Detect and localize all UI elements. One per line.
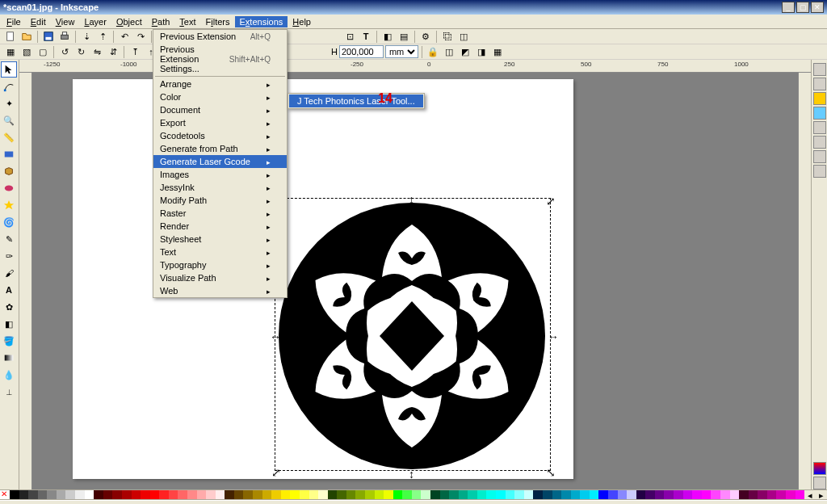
print-button[interactable] (57, 30, 72, 44)
handle-bottom-right[interactable] (546, 466, 554, 474)
transform-pattern-button[interactable]: ▦ (490, 45, 505, 59)
rotate-ccw-button[interactable]: ↺ (57, 45, 72, 59)
swatch[interactable] (57, 490, 66, 499)
swatch[interactable] (580, 490, 590, 499)
swatch[interactable] (571, 490, 581, 499)
swatch[interactable] (730, 490, 740, 499)
redo-button[interactable]: ↷ (133, 30, 148, 44)
swatch[interactable] (309, 490, 319, 499)
menu-stylesheet[interactable]: Stylesheet (153, 233, 287, 246)
swatch[interactable] (346, 490, 356, 499)
swatch[interactable] (655, 490, 665, 499)
swatch[interactable] (38, 490, 48, 499)
duplicate-button[interactable]: ⿻ (440, 30, 455, 44)
new-button[interactable] (3, 30, 18, 44)
close-button[interactable]: ✕ (811, 2, 824, 13)
swatch[interactable] (355, 490, 365, 499)
selection-box[interactable] (275, 198, 551, 471)
menu-text[interactable]: Text (174, 16, 200, 27)
menu-generate-laser-gcode[interactable]: Generate Laser Gcode (153, 155, 287, 168)
select-layers-button[interactable]: ▧ (19, 45, 34, 59)
swatch[interactable] (412, 490, 422, 499)
star-tool[interactable] (1, 197, 17, 213)
palette-scroll-left[interactable]: ◂ (804, 490, 816, 499)
menu-visualize-path[interactable]: Visualize Path (153, 271, 287, 284)
dock-layers-icon[interactable] (813, 78, 826, 90)
swatch[interactable] (243, 490, 253, 499)
swatch[interactable] (739, 490, 749, 499)
swatch[interactable] (645, 490, 655, 499)
dock-gradient-icon[interactable] (813, 462, 826, 475)
menu-raster[interactable]: Raster (153, 207, 287, 220)
swatch[interactable] (300, 490, 309, 499)
bezier-tool[interactable]: ✑ (1, 248, 17, 264)
no-color-swatch[interactable] (0, 490, 10, 499)
swatch[interactable] (112, 490, 122, 499)
swatch[interactable] (543, 490, 552, 499)
dock-fill-icon[interactable] (813, 92, 826, 105)
ellipse-tool[interactable] (1, 180, 17, 196)
swatch[interactable] (552, 490, 562, 499)
menu-export[interactable]: Export (153, 116, 287, 129)
menu-jtech-laser-tool[interactable]: J Tech Photonics Laser Tool... (289, 94, 423, 107)
rect-tool[interactable] (1, 146, 17, 162)
maximize-button[interactable]: ▢ (796, 2, 809, 13)
transform-corners-button[interactable]: ◩ (458, 45, 472, 59)
swatch[interactable] (636, 490, 646, 499)
swatch[interactable] (514, 490, 524, 499)
text-tool[interactable]: A (1, 282, 17, 298)
swatch[interactable] (796, 490, 805, 499)
swatch[interactable] (290, 490, 300, 499)
gradient-tool[interactable] (1, 350, 17, 366)
open-button[interactable] (19, 30, 34, 44)
menu-file[interactable]: File (2, 16, 26, 27)
swatch[interactable] (271, 490, 281, 499)
menu-gcodetools[interactable]: Gcodetools (153, 129, 287, 142)
swatch[interactable] (758, 490, 767, 499)
connector-tool[interactable]: ⟂ (1, 384, 17, 400)
swatch[interactable] (216, 490, 225, 499)
swatch[interactable] (477, 490, 487, 499)
dock-align-icon[interactable] (813, 136, 826, 149)
swatch[interactable] (608, 490, 618, 499)
swatch[interactable] (421, 490, 430, 499)
swatch[interactable] (234, 490, 244, 499)
menu-render[interactable]: Render (153, 220, 287, 233)
swatch[interactable] (711, 490, 720, 499)
prefs-button[interactable]: ⚙ (418, 30, 433, 44)
scrollbar-vertical[interactable] (798, 73, 811, 489)
pencil-tool[interactable]: ✎ (1, 231, 17, 247)
swatch[interactable] (449, 490, 459, 499)
save-button[interactable] (41, 30, 56, 44)
spiral-tool[interactable]: 🌀 (1, 214, 17, 230)
handle-bottom-mid[interactable] (409, 468, 417, 476)
swatch[interactable] (65, 490, 75, 499)
swatch[interactable] (281, 490, 291, 499)
handle-bottom-left[interactable] (271, 466, 279, 474)
swatch[interactable] (598, 490, 608, 499)
swatch[interactable] (132, 490, 141, 499)
menu-extensions[interactable]: Extensions (235, 16, 288, 27)
bucket-tool[interactable]: 🪣 (1, 333, 17, 349)
swatch[interactable] (393, 490, 403, 499)
swatch[interactable] (197, 490, 207, 499)
menu-jessyink[interactable]: JessyInk (153, 181, 287, 194)
swatch[interactable] (206, 490, 216, 499)
swatch[interactable] (150, 490, 160, 499)
swatch[interactable] (262, 490, 272, 499)
menu-images[interactable]: Images (153, 168, 287, 181)
menu-previous-extension[interactable]: Previous ExtensionAlt+Q (153, 30, 287, 43)
handle-top-right[interactable] (546, 195, 554, 203)
swatch[interactable] (430, 490, 440, 499)
dock-xml-icon[interactable] (813, 165, 826, 178)
swatch[interactable] (384, 490, 393, 499)
swatch[interactable] (664, 490, 674, 499)
swatch[interactable] (440, 490, 450, 499)
canvas[interactable] (32, 73, 798, 489)
menu-help[interactable]: Help (288, 16, 316, 27)
swatch[interactable] (618, 490, 628, 499)
menu-edit[interactable]: Edit (26, 16, 51, 27)
minimize-button[interactable]: _ (782, 2, 795, 13)
swatch[interactable] (225, 490, 234, 499)
swatch[interactable] (318, 490, 328, 499)
